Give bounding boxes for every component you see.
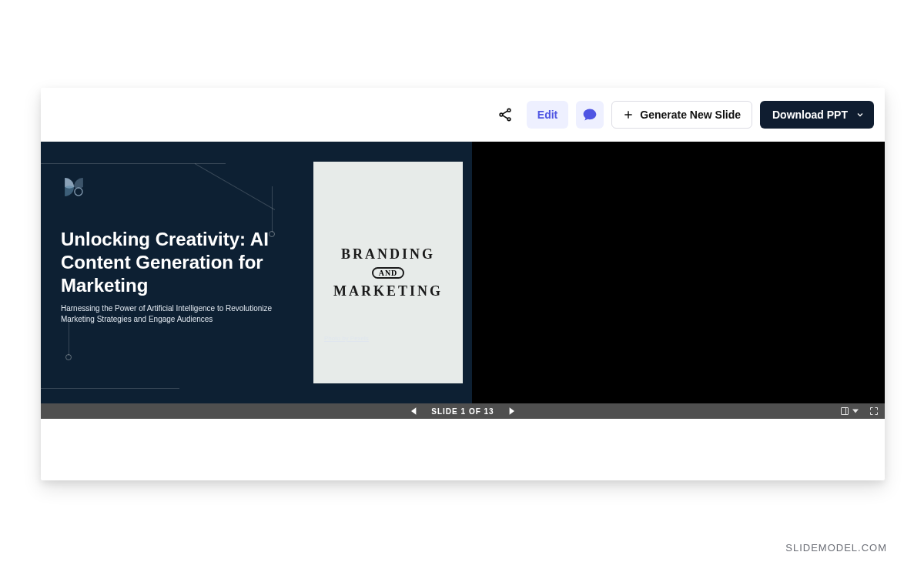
svg-point-2: [507, 118, 511, 121]
svg-marker-9: [509, 407, 514, 415]
poster-line-1: BRANDING: [341, 246, 435, 263]
slide-poster: BRANDING AND MARKETING Photo by Pexels: [313, 162, 463, 383]
svg-rect-10: [842, 408, 849, 415]
svg-marker-8: [411, 407, 416, 415]
slide-logo: [61, 174, 87, 203]
download-button-label: Download PPT: [772, 109, 848, 121]
chat-button[interactable]: [576, 101, 604, 129]
slide-viewer: Unlocking Creativity: AI Content Generat…: [41, 142, 885, 403]
share-icon: [497, 107, 513, 122]
poster-and: AND: [372, 267, 405, 279]
fullscreen-button[interactable]: [869, 406, 879, 416]
decor-line: [41, 163, 226, 164]
edit-button[interactable]: Edit: [527, 101, 568, 129]
svg-point-0: [507, 109, 511, 112]
decor-line: [41, 388, 179, 389]
slide-nav-bar: SLIDE 1 OF 13: [41, 403, 885, 419]
toolbar: Edit Generate New Slide Download PPT: [41, 88, 885, 142]
arrow-right-icon: [508, 407, 514, 415]
svg-line-4: [502, 115, 507, 119]
svg-marker-12: [852, 410, 859, 413]
next-slide-button[interactable]: [494, 407, 528, 415]
svg-line-3: [502, 111, 507, 114]
chat-icon: [582, 107, 598, 122]
slide-title: Unlocking Creativity: AI Content Generat…: [61, 228, 307, 297]
chevron-down-icon: [855, 110, 865, 119]
arrow-left-icon: [411, 407, 417, 415]
watermark: SLIDEMODEL.COM: [785, 542, 887, 554]
fullscreen-icon: [869, 406, 879, 416]
slide-subtitle: Harnessing the Power of Artificial Intel…: [61, 303, 307, 325]
share-button[interactable]: [491, 101, 519, 129]
download-ppt-button[interactable]: Download PPT: [760, 101, 874, 129]
svg-point-1: [500, 113, 503, 116]
photo-credit: Photo by Pexels: [324, 335, 369, 342]
logo-icon: [61, 174, 87, 200]
app-card: Edit Generate New Slide Download PPT: [41, 88, 885, 480]
view-mode-button[interactable]: [840, 406, 859, 416]
prev-slide-button[interactable]: [397, 407, 431, 415]
panel-icon: [840, 406, 849, 416]
poster-line-2: MARKETING: [333, 283, 443, 299]
edit-button-label: Edit: [537, 109, 557, 121]
generate-button-label: Generate New Slide: [640, 109, 741, 121]
plus-icon: [623, 109, 634, 120]
svg-point-7: [75, 188, 82, 196]
generate-new-slide-button[interactable]: Generate New Slide: [611, 101, 752, 129]
decor-dot: [65, 354, 72, 360]
decor-line: [272, 186, 273, 232]
decor-line: [195, 163, 275, 210]
slide-counter: SLIDE 1 OF 13: [431, 407, 494, 416]
nav-right-controls: [840, 403, 879, 419]
slide-canvas[interactable]: Unlocking Creativity: AI Content Generat…: [41, 142, 472, 403]
caret-down-icon: [852, 408, 859, 414]
